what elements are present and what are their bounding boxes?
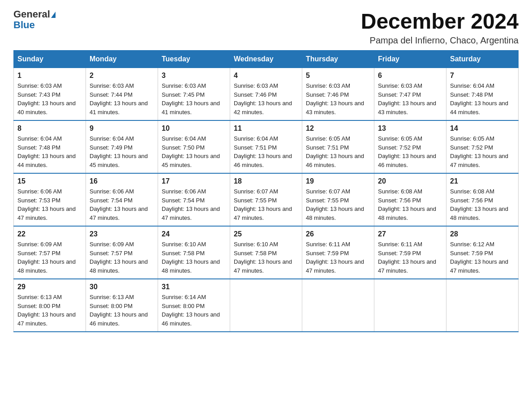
day-info: Sunrise: 6:03 AM Sunset: 7:44 PM Dayligh… bbox=[90, 81, 154, 116]
title-block: December 2024 Pampa del Infierno, Chaco,… bbox=[361, 9, 519, 46]
day-number: 16 bbox=[90, 177, 154, 185]
calendar-week-row: 29 Sunrise: 6:13 AM Sunset: 8:00 PM Dayl… bbox=[14, 279, 519, 332]
table-row: 14 Sunrise: 6:05 AM Sunset: 7:52 PM Dayl… bbox=[446, 120, 519, 173]
table-row: 15 Sunrise: 6:06 AM Sunset: 7:53 PM Dayl… bbox=[14, 173, 86, 226]
day-info: Sunrise: 6:03 AM Sunset: 7:47 PM Dayligh… bbox=[378, 81, 442, 116]
day-number: 18 bbox=[234, 177, 298, 185]
day-info: Sunrise: 6:13 AM Sunset: 8:00 PM Dayligh… bbox=[90, 293, 154, 328]
day-number: 21 bbox=[450, 177, 515, 185]
day-number: 8 bbox=[17, 124, 82, 133]
day-number: 28 bbox=[450, 230, 515, 238]
col-friday: Friday bbox=[374, 51, 446, 68]
day-info: Sunrise: 6:06 AM Sunset: 7:54 PM Dayligh… bbox=[162, 187, 226, 222]
day-info: Sunrise: 6:10 AM Sunset: 7:58 PM Dayligh… bbox=[162, 240, 226, 275]
table-row: 5 Sunrise: 6:03 AM Sunset: 7:46 PM Dayli… bbox=[302, 68, 374, 121]
table-row: 10 Sunrise: 6:04 AM Sunset: 7:50 PM Dayl… bbox=[158, 120, 230, 173]
table-row: 8 Sunrise: 6:04 AM Sunset: 7:48 PM Dayli… bbox=[14, 120, 86, 173]
day-info: Sunrise: 6:03 AM Sunset: 7:43 PM Dayligh… bbox=[17, 81, 82, 116]
col-monday: Monday bbox=[86, 51, 158, 68]
day-number: 11 bbox=[234, 124, 298, 133]
col-sunday: Sunday bbox=[14, 51, 86, 68]
logo: General Blue bbox=[13, 9, 56, 30]
day-info: Sunrise: 6:13 AM Sunset: 8:00 PM Dayligh… bbox=[17, 293, 82, 328]
day-number: 1 bbox=[17, 72, 82, 80]
day-info: Sunrise: 6:04 AM Sunset: 7:48 PM Dayligh… bbox=[450, 81, 515, 116]
day-number: 9 bbox=[90, 124, 154, 133]
day-info: Sunrise: 6:05 AM Sunset: 7:51 PM Dayligh… bbox=[306, 134, 370, 169]
table-row: 20 Sunrise: 6:08 AM Sunset: 7:56 PM Dayl… bbox=[374, 173, 446, 226]
day-info: Sunrise: 6:03 AM Sunset: 7:46 PM Dayligh… bbox=[234, 81, 298, 116]
day-number: 26 bbox=[306, 230, 370, 238]
table-row: 6 Sunrise: 6:03 AM Sunset: 7:47 PM Dayli… bbox=[374, 68, 446, 121]
day-info: Sunrise: 6:08 AM Sunset: 7:56 PM Dayligh… bbox=[378, 187, 442, 222]
day-info: Sunrise: 6:09 AM Sunset: 7:57 PM Dayligh… bbox=[90, 240, 154, 275]
day-number: 24 bbox=[162, 230, 226, 238]
day-info: Sunrise: 6:03 AM Sunset: 7:46 PM Dayligh… bbox=[306, 81, 370, 116]
table-row: 17 Sunrise: 6:06 AM Sunset: 7:54 PM Dayl… bbox=[158, 173, 230, 226]
day-number: 12 bbox=[306, 124, 370, 133]
calendar-title: December 2024 bbox=[361, 9, 519, 34]
col-wednesday: Wednesday bbox=[230, 51, 302, 68]
table-row: 4 Sunrise: 6:03 AM Sunset: 7:46 PM Dayli… bbox=[230, 68, 302, 121]
day-info: Sunrise: 6:06 AM Sunset: 7:53 PM Dayligh… bbox=[17, 187, 82, 222]
logo-blue-text: Blue bbox=[13, 20, 56, 30]
day-number: 19 bbox=[306, 177, 370, 185]
calendar-table: Sunday Monday Tuesday Wednesday Thursday… bbox=[13, 50, 519, 332]
table-row: 23 Sunrise: 6:09 AM Sunset: 7:57 PM Dayl… bbox=[86, 226, 158, 279]
day-info: Sunrise: 6:11 AM Sunset: 7:59 PM Dayligh… bbox=[378, 240, 442, 275]
day-number: 2 bbox=[90, 72, 154, 80]
day-info: Sunrise: 6:11 AM Sunset: 7:59 PM Dayligh… bbox=[306, 240, 370, 275]
calendar-subtitle: Pampa del Infierno, Chaco, Argentina bbox=[361, 35, 519, 46]
day-number: 25 bbox=[234, 230, 298, 238]
day-number: 15 bbox=[17, 177, 82, 185]
day-number: 27 bbox=[378, 230, 442, 238]
table-row: 29 Sunrise: 6:13 AM Sunset: 8:00 PM Dayl… bbox=[14, 279, 86, 332]
table-row bbox=[302, 279, 374, 332]
col-thursday: Thursday bbox=[302, 51, 374, 68]
day-info: Sunrise: 6:04 AM Sunset: 7:50 PM Dayligh… bbox=[162, 134, 226, 169]
day-info: Sunrise: 6:04 AM Sunset: 7:48 PM Dayligh… bbox=[17, 134, 82, 169]
day-number: 17 bbox=[162, 177, 226, 185]
table-row: 28 Sunrise: 6:12 AM Sunset: 7:59 PM Dayl… bbox=[446, 226, 519, 279]
day-info: Sunrise: 6:05 AM Sunset: 7:52 PM Dayligh… bbox=[378, 134, 442, 169]
day-number: 23 bbox=[90, 230, 154, 238]
table-row: 12 Sunrise: 6:05 AM Sunset: 7:51 PM Dayl… bbox=[302, 120, 374, 173]
table-row: 19 Sunrise: 6:07 AM Sunset: 7:55 PM Dayl… bbox=[302, 173, 374, 226]
day-number: 7 bbox=[450, 72, 515, 80]
table-row: 9 Sunrise: 6:04 AM Sunset: 7:49 PM Dayli… bbox=[86, 120, 158, 173]
calendar-header-row: Sunday Monday Tuesday Wednesday Thursday… bbox=[14, 51, 519, 68]
col-tuesday: Tuesday bbox=[158, 51, 230, 68]
table-row: 2 Sunrise: 6:03 AM Sunset: 7:44 PM Dayli… bbox=[86, 68, 158, 121]
day-number: 3 bbox=[162, 72, 226, 80]
day-number: 31 bbox=[162, 283, 226, 291]
table-row: 1 Sunrise: 6:03 AM Sunset: 7:43 PM Dayli… bbox=[14, 68, 86, 121]
calendar-week-row: 22 Sunrise: 6:09 AM Sunset: 7:57 PM Dayl… bbox=[14, 226, 519, 279]
day-number: 29 bbox=[17, 283, 82, 291]
day-info: Sunrise: 6:08 AM Sunset: 7:56 PM Dayligh… bbox=[450, 187, 515, 222]
day-info: Sunrise: 6:14 AM Sunset: 8:00 PM Dayligh… bbox=[162, 293, 226, 328]
calendar-week-row: 1 Sunrise: 6:03 AM Sunset: 7:43 PM Dayli… bbox=[14, 68, 519, 121]
day-number: 6 bbox=[378, 72, 442, 80]
table-row: 27 Sunrise: 6:11 AM Sunset: 7:59 PM Dayl… bbox=[374, 226, 446, 279]
day-info: Sunrise: 6:07 AM Sunset: 7:55 PM Dayligh… bbox=[234, 187, 298, 222]
day-number: 30 bbox=[90, 283, 154, 291]
table-row: 21 Sunrise: 6:08 AM Sunset: 7:56 PM Dayl… bbox=[446, 173, 519, 226]
day-number: 13 bbox=[378, 124, 442, 133]
calendar-week-row: 8 Sunrise: 6:04 AM Sunset: 7:48 PM Dayli… bbox=[14, 120, 519, 173]
day-info: Sunrise: 6:03 AM Sunset: 7:45 PM Dayligh… bbox=[162, 81, 226, 116]
day-info: Sunrise: 6:07 AM Sunset: 7:55 PM Dayligh… bbox=[306, 187, 370, 222]
day-info: Sunrise: 6:04 AM Sunset: 7:49 PM Dayligh… bbox=[90, 134, 154, 169]
table-row: 13 Sunrise: 6:05 AM Sunset: 7:52 PM Dayl… bbox=[374, 120, 446, 173]
table-row: 30 Sunrise: 6:13 AM Sunset: 8:00 PM Dayl… bbox=[86, 279, 158, 332]
table-row bbox=[230, 279, 302, 332]
day-number: 5 bbox=[306, 72, 370, 80]
table-row: 16 Sunrise: 6:06 AM Sunset: 7:54 PM Dayl… bbox=[86, 173, 158, 226]
table-row: 11 Sunrise: 6:04 AM Sunset: 7:51 PM Dayl… bbox=[230, 120, 302, 173]
calendar-week-row: 15 Sunrise: 6:06 AM Sunset: 7:53 PM Dayl… bbox=[14, 173, 519, 226]
table-row: 31 Sunrise: 6:14 AM Sunset: 8:00 PM Dayl… bbox=[158, 279, 230, 332]
day-number: 4 bbox=[234, 72, 298, 80]
table-row: 18 Sunrise: 6:07 AM Sunset: 7:55 PM Dayl… bbox=[230, 173, 302, 226]
table-row bbox=[446, 279, 519, 332]
day-number: 14 bbox=[450, 124, 515, 133]
day-info: Sunrise: 6:09 AM Sunset: 7:57 PM Dayligh… bbox=[17, 240, 82, 275]
